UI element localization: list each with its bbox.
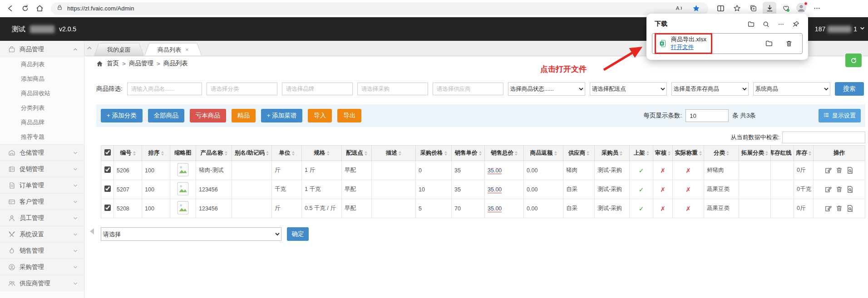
account-menu[interactable]: 187 1 <box>815 17 865 41</box>
sale-total-link[interactable]: 35.00 <box>488 186 502 193</box>
col-header-spec[interactable]: 规格 <box>302 146 342 161</box>
sidebar-item-5[interactable]: 客户管理 <box>0 193 84 210</box>
col-header-desc[interactable]: 描述 <box>372 146 416 161</box>
pin-icon[interactable] <box>792 20 800 28</box>
home-icon[interactable] <box>33 2 46 15</box>
view-icon[interactable] <box>846 186 854 193</box>
sort-caret[interactable] <box>133 151 136 156</box>
sort-caret[interactable] <box>699 151 702 156</box>
sidebar-item-3[interactable]: 促销管理 <box>0 161 84 177</box>
filter-input-2[interactable] <box>207 83 277 95</box>
sale-total-link[interactable]: 35.00 <box>488 205 502 212</box>
toolbar-button-添加分类[interactable]: + 添加分类 <box>101 109 143 122</box>
col-header-sale_price[interactable]: 销售单价 <box>452 146 485 161</box>
edit-icon[interactable] <box>824 166 832 174</box>
sort-caret[interactable] <box>809 151 811 156</box>
edit-icon[interactable] <box>824 205 832 212</box>
toolbar-button-精品[interactable]: 精品 <box>232 109 256 122</box>
sort-caret[interactable] <box>479 151 482 156</box>
profile-avatar[interactable] <box>795 3 807 15</box>
col-header-rebate[interactable]: 商品返额 <box>524 146 563 161</box>
address-bar[interactable]: https://zl.fvaic.com/Admin A <box>51 2 708 15</box>
breadcrumb-item[interactable]: 首页 <box>107 59 119 68</box>
filter-input-1[interactable] <box>127 83 202 95</box>
sort-caret[interactable] <box>444 151 447 156</box>
filter-select-4[interactable]: 系统商品 <box>753 82 830 96</box>
page-size-input[interactable] <box>686 109 729 122</box>
sort-caret[interactable] <box>765 151 768 156</box>
sidebar-subitem[interactable]: 分类列表 <box>0 101 84 115</box>
sidebar-item-4[interactable]: 订单管理 <box>0 177 84 193</box>
col-header-name[interactable]: 产品名称 <box>196 146 232 161</box>
batch-action-select[interactable]: 请选择 <box>101 227 281 241</box>
display-settings-button[interactable]: 显示设置 <box>819 109 861 122</box>
sort-caret[interactable] <box>365 151 367 156</box>
toolbar-button-全部商品[interactable]: 全部商品 <box>148 109 184 122</box>
select-all-checkbox[interactable] <box>104 149 111 156</box>
search-in-data-input[interactable] <box>782 132 865 143</box>
delete-download-icon[interactable] <box>785 39 793 48</box>
filter-select-1[interactable]: 选择商品状态...... <box>508 82 585 96</box>
sidebar-item-10[interactable]: 供应商管理 <box>0 275 84 291</box>
toolbar-button-亏本商品[interactable]: 亏本商品 <box>190 109 226 122</box>
sale-total-link[interactable]: 35.00 <box>488 167 502 174</box>
toolbar-button-导入[interactable]: 导入 <box>308 109 332 122</box>
collapse-tabs-icon[interactable] <box>86 45 93 51</box>
open-file-link[interactable]: 打开文件 <box>671 44 706 51</box>
tab-商品列表[interactable]: 商品列表× <box>145 44 202 56</box>
sidebar-item-8[interactable]: 销售管理 <box>0 242 84 259</box>
favorite-star-icon[interactable] <box>689 2 703 15</box>
sidebar-item-6[interactable]: 员工管理 <box>0 210 84 226</box>
sidebar-subitem[interactable]: 添加商品 <box>0 72 84 86</box>
sidebar-item-1[interactable]: 商品管理 <box>0 41 84 57</box>
delete-icon[interactable] <box>835 186 843 193</box>
sort-caret[interactable] <box>587 151 589 156</box>
delete-icon[interactable] <box>835 166 843 174</box>
col-header-alias[interactable]: 别名/助记码 <box>232 146 272 161</box>
download-item[interactable]: 商品导出.xlsx 打开文件 <box>652 33 803 54</box>
col-header-supplier[interactable]: 供应商 <box>563 146 595 161</box>
col-header-audited[interactable]: 审核 <box>653 146 673 161</box>
sidebar-item-9[interactable]: 采购管理 <box>0 259 84 275</box>
sidebar-subitem[interactable]: 商品回收站 <box>0 86 84 101</box>
search-icon[interactable] <box>762 20 770 28</box>
show-in-folder-icon[interactable] <box>765 39 773 48</box>
refresh-icon[interactable] <box>18 2 32 15</box>
confirm-button[interactable]: 确定 <box>287 227 309 241</box>
filter-select-3[interactable]: 选择是否库存商品 <box>671 82 749 96</box>
col-header-stock_redline[interactable]: 库存红线 <box>771 146 794 161</box>
col-header-purchaser[interactable]: 采购员 <box>595 146 630 161</box>
sort-caret[interactable] <box>668 151 671 156</box>
toolbar-button-添加菜谱[interactable]: + 添加菜谱 <box>261 109 303 122</box>
sort-caret[interactable] <box>399 151 401 156</box>
folder-icon[interactable] <box>747 20 755 28</box>
edit-icon[interactable] <box>824 186 832 193</box>
more-icon[interactable] <box>777 20 785 28</box>
thumbnail-image[interactable] <box>177 201 189 215</box>
sort-caret[interactable] <box>292 151 295 156</box>
tab-我的桌面[interactable]: 我的桌面 <box>94 44 143 56</box>
sidebar-subitem[interactable]: 商品品牌 <box>0 115 84 130</box>
back-icon[interactable] <box>4 2 17 15</box>
split-screen-icon[interactable] <box>714 2 727 15</box>
col-header-weighed[interactable]: 实际称重 <box>673 146 704 161</box>
col-header-ext_category[interactable]: 拓展分类 <box>739 146 771 161</box>
col-header-stock[interactable]: 库存 <box>794 146 814 161</box>
sort-caret[interactable] <box>726 151 729 156</box>
col-header-sale_total[interactable]: 销售总价 <box>485 146 524 161</box>
sidebar-item-7[interactable]: 系统设置 <box>0 226 84 242</box>
sort-caret[interactable] <box>620 151 622 156</box>
view-icon[interactable] <box>846 166 854 174</box>
col-header-sort[interactable]: 排序 <box>142 146 170 161</box>
refresh-page-button[interactable] <box>845 54 862 67</box>
downloads-icon[interactable] <box>763 2 776 15</box>
sidebar-item-2[interactable]: 仓储管理 <box>0 144 84 161</box>
view-icon[interactable] <box>846 205 854 212</box>
toolbar-button-导出[interactable]: 导出 <box>337 109 361 122</box>
thumbnail-image[interactable] <box>177 182 189 195</box>
collections-icon[interactable] <box>746 2 760 15</box>
row-checkbox[interactable] <box>104 186 111 192</box>
read-aloud-icon[interactable]: A <box>672 2 686 15</box>
browser-essentials-icon[interactable] <box>779 2 793 15</box>
delete-icon[interactable] <box>835 205 843 212</box>
